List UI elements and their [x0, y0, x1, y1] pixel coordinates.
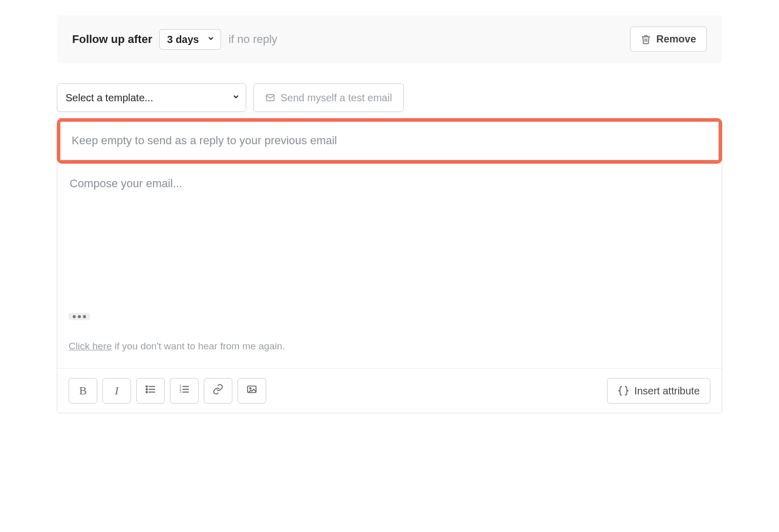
unsubscribe-rest: if you don't want to hear from me again. — [112, 341, 285, 351]
trash-icon — [641, 34, 651, 45]
email-editor: Click here if you don't want to hear fro… — [57, 118, 722, 413]
bullet-list-icon — [145, 384, 156, 398]
link-button[interactable] — [204, 378, 232, 404]
envelope-icon — [265, 93, 275, 103]
insert-attribute-label: Insert attribute — [634, 385, 700, 397]
remove-button[interactable]: Remove — [630, 27, 707, 52]
italic-button[interactable]: I — [102, 378, 131, 404]
subject-highlight — [57, 118, 722, 164]
image-button[interactable] — [237, 378, 266, 404]
numbered-list-icon: 123 — [179, 384, 190, 398]
svg-point-3 — [146, 389, 147, 390]
braces-icon — [618, 385, 629, 396]
unsubscribe-line: Click here if you don't want to hear fro… — [69, 341, 710, 352]
bold-button[interactable]: B — [69, 378, 97, 404]
image-icon — [246, 384, 257, 398]
followup-days-select[interactable]: 3 days — [159, 29, 221, 50]
numbered-list-button[interactable]: 123 — [170, 378, 199, 404]
subject-input[interactable] — [60, 122, 719, 160]
editor-toolbar: B I 123 — [57, 368, 722, 413]
template-select[interactable]: Select a template... — [57, 83, 246, 112]
svg-text:3: 3 — [180, 390, 182, 393]
actions-row: Select a template... Send myself a test … — [57, 83, 722, 112]
followup-suffix: if no reply — [228, 33, 277, 46]
more-options-button[interactable] — [69, 313, 90, 320]
send-test-email-label: Send myself a test email — [280, 92, 392, 104]
svg-point-5 — [146, 391, 147, 393]
followup-label: Follow up after — [72, 33, 152, 46]
remove-button-label: Remove — [656, 33, 696, 45]
svg-point-14 — [250, 388, 251, 389]
followup-bar: Follow up after 3 days if no reply Remov… — [57, 15, 722, 63]
bullet-list-button[interactable] — [136, 378, 165, 404]
insert-attribute-button[interactable]: Insert attribute — [607, 378, 710, 404]
body-textarea[interactable] — [69, 176, 710, 309]
svg-point-1 — [146, 386, 147, 387]
link-icon — [212, 384, 224, 398]
unsubscribe-link[interactable]: Click here — [69, 341, 112, 351]
send-test-email-button[interactable]: Send myself a test email — [253, 83, 404, 112]
